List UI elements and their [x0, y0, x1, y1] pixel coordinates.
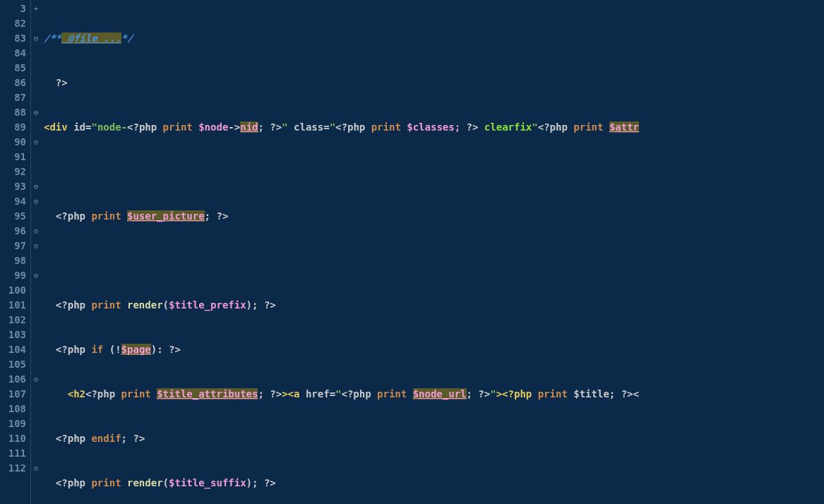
- fold-marker[interactable]: ⊖: [31, 268, 41, 283]
- line-number[interactable]: 105: [4, 357, 26, 372]
- fold-marker: [31, 283, 41, 298]
- keyword: print: [163, 121, 199, 133]
- tag: ><?php: [496, 388, 538, 400]
- code-line[interactable]: [44, 164, 824, 179]
- fold-marker[interactable]: ⊝: [31, 372, 41, 387]
- code-line[interactable]: [44, 253, 824, 268]
- comment-end: */: [121, 32, 133, 44]
- line-number[interactable]: 101: [4, 298, 26, 313]
- line-number[interactable]: 95: [4, 209, 26, 224]
- tag-name: h2: [73, 388, 85, 400]
- php-open: <?php: [85, 388, 121, 400]
- line-number[interactable]: 92: [4, 164, 26, 179]
- fold-marker: [31, 150, 41, 164]
- comment-start: /**: [44, 32, 61, 44]
- fold-marker[interactable]: ⊝: [31, 461, 41, 476]
- tag-name: a: [294, 388, 306, 400]
- fold-marker: [31, 446, 41, 461]
- php-close: ?>: [44, 77, 68, 88]
- line-number[interactable]: 104: [4, 342, 26, 357]
- code-line[interactable]: <h2<?php print $title_attributes; ?>><a …: [44, 387, 824, 402]
- line-number[interactable]: 86: [4, 76, 26, 90]
- line-number[interactable]: 111: [4, 446, 26, 461]
- fold-marker[interactable]: ⊖: [31, 179, 41, 194]
- line-number[interactable]: 107: [4, 387, 26, 402]
- line-number[interactable]: 106: [4, 372, 26, 387]
- line-number[interactable]: 100: [4, 283, 26, 298]
- code-line[interactable]: <?php print $user_picture; ?>: [44, 209, 824, 224]
- line-number[interactable]: 93: [4, 179, 26, 194]
- line-number[interactable]: 89: [4, 120, 26, 135]
- line-number[interactable]: 112: [4, 461, 26, 476]
- line-number[interactable]: 96: [4, 224, 26, 239]
- line-number[interactable]: 84: [4, 46, 26, 61]
- code-editor[interactable]: 3828384858687888990919293949596979899100…: [0, 0, 824, 504]
- variable: $page: [121, 344, 151, 355]
- line-number[interactable]: 83: [4, 31, 26, 46]
- php-open: <?php: [538, 121, 574, 133]
- line-number[interactable]: 97: [4, 239, 26, 253]
- punct: (: [163, 477, 169, 488]
- class-name: clearfix: [484, 121, 532, 133]
- fold-marker: [31, 357, 41, 372]
- fold-marker[interactable]: ⊖: [31, 194, 41, 209]
- punct: (!: [109, 344, 121, 355]
- php: $title; ?><: [573, 388, 639, 400]
- code-line[interactable]: <?php if (!$page): ?>: [44, 342, 824, 357]
- fold-marker[interactable]: +: [31, 1, 41, 16]
- keyword: endif: [91, 433, 121, 444]
- fold-marker: [31, 46, 41, 61]
- variable: $node: [198, 121, 228, 133]
- php-close: ; ?>: [467, 388, 491, 400]
- code-area[interactable]: /** @file ...*/ ?> <div id="node-<?php p…: [41, 0, 824, 504]
- fold-marker[interactable]: ⊝: [31, 135, 41, 150]
- php-close: ): ?>: [151, 344, 181, 355]
- line-number[interactable]: 85: [4, 61, 26, 76]
- line-number[interactable]: 98: [4, 253, 26, 268]
- code-line[interactable]: <?php print render($title_prefix); ?>: [44, 298, 824, 313]
- line-number[interactable]: 90: [4, 135, 26, 150]
- line-number[interactable]: 94: [4, 194, 26, 209]
- line-number[interactable]: 103: [4, 328, 26, 342]
- variable: $classes;: [407, 121, 466, 133]
- php-open: <?php: [44, 299, 91, 311]
- line-number[interactable]: 82: [4, 16, 26, 31]
- code-line[interactable]: /** @file ...*/: [44, 31, 824, 46]
- code-line[interactable]: <?php print render($title_suffix); ?>: [44, 476, 824, 491]
- property: nid: [240, 121, 258, 133]
- php-open: <?php: [44, 477, 91, 488]
- attr: class: [288, 121, 324, 133]
- fold-column[interactable]: +⊖⊖⊝⊖⊖⊝⊝⊖⊝⊝: [31, 0, 41, 504]
- line-number[interactable]: 110: [4, 431, 26, 446]
- line-number[interactable]: 87: [4, 90, 26, 105]
- php-close: ; ?>: [205, 210, 229, 222]
- line-number[interactable]: 3: [4, 1, 26, 16]
- line-number-gutter[interactable]: 3828384858687888990919293949596979899100…: [0, 0, 31, 504]
- php-open: <?php: [127, 121, 163, 133]
- line-number[interactable]: 99: [4, 268, 26, 283]
- php-open: <?php: [342, 388, 378, 400]
- fold-marker[interactable]: ⊝: [31, 239, 41, 253]
- keyword: print: [371, 121, 407, 133]
- fold-marker: [31, 16, 41, 31]
- fold-marker[interactable]: ⊖: [31, 105, 41, 120]
- code-line[interactable]: <div id="node-<?php print $node->nid; ?>…: [44, 120, 824, 135]
- line-number[interactable]: 102: [4, 313, 26, 328]
- variable: $node_url: [413, 388, 467, 400]
- attr: id: [73, 121, 85, 133]
- fold-marker[interactable]: ⊖: [31, 31, 41, 46]
- line-number[interactable]: 88: [4, 105, 26, 120]
- keyword: print: [91, 210, 127, 222]
- fold-marker[interactable]: ⊝: [31, 224, 41, 239]
- line-number[interactable]: 91: [4, 150, 26, 164]
- code-line[interactable]: ?>: [44, 76, 824, 90]
- fold-marker: [31, 431, 41, 446]
- code-line[interactable]: <?php endif; ?>: [44, 431, 824, 446]
- keyword: print: [91, 299, 127, 311]
- fold-marker: [31, 328, 41, 342]
- line-number[interactable]: 109: [4, 416, 26, 431]
- keyword: if: [91, 344, 109, 355]
- php-close: ); ?>: [246, 477, 276, 488]
- line-number[interactable]: 108: [4, 402, 26, 416]
- php-close: ; ?>: [258, 121, 282, 133]
